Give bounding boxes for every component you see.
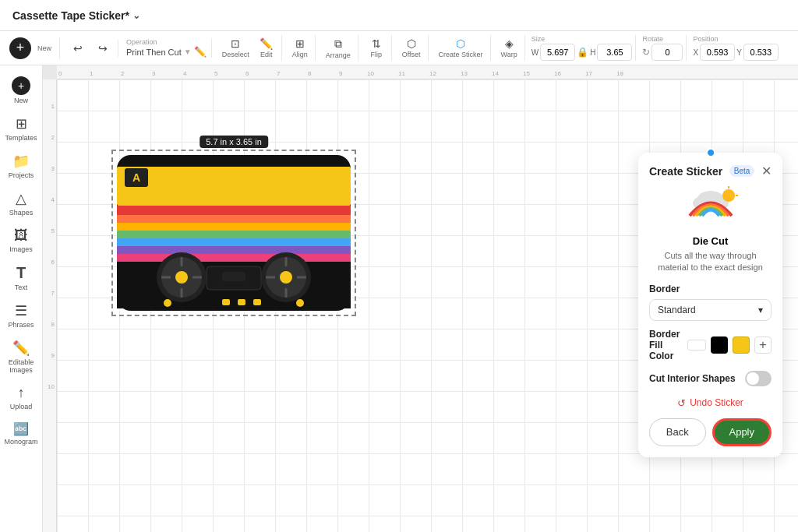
sidebar-item-monogram[interactable]: 🔤 Monogram: [2, 417, 40, 450]
rainbow-svg: [683, 186, 738, 229]
cut-interior-toggle[interactable]: [745, 371, 772, 386]
ruler-left: 1 2 3 4 5 6 7 8 9 10: [43, 79, 57, 532]
svg-point-21: [280, 271, 292, 284]
svg-point-32: [296, 299, 304, 307]
svg-rect-9: [117, 246, 351, 254]
panel-indicator: [706, 148, 715, 157]
sidebar-item-text[interactable]: T Text: [2, 259, 40, 296]
die-cut-description: Cuts all the way through material to the…: [649, 250, 772, 274]
color-swatch-black[interactable]: [711, 336, 728, 354]
cassette-wrapper: 5.7 in x 3.65 in A: [111, 150, 356, 316]
die-cut-image: [649, 186, 772, 229]
shapes-icon: △: [16, 190, 26, 207]
cassette-svg: A: [113, 151, 355, 315]
editable-images-icon: ✏️: [12, 340, 30, 357]
back-button[interactable]: Back: [649, 418, 706, 446]
toggle-knob: [747, 372, 759, 385]
undo-sticker-row[interactable]: ↺ Undo Sticker: [649, 397, 772, 409]
svg-rect-10: [117, 254, 351, 262]
deselect-button[interactable]: ⊡ Deselect: [218, 35, 253, 61]
arrange-button[interactable]: ⧉ Arrange: [322, 35, 355, 62]
page-title: Cassette Tape Sticker*: [12, 9, 129, 22]
x-position-input[interactable]: [700, 44, 735, 61]
templates-icon: ⊞: [16, 115, 27, 132]
chevron-down-icon[interactable]: ⌄: [132, 10, 140, 21]
sidebar-item-projects[interactable]: 📁 Projects: [2, 148, 40, 184]
canvas-background: 5.7 in x 3.65 in A: [57, 79, 798, 532]
ruler-top: 0 1 2 3 4 5 6 7 8 9 10 11 12 13 14 15 16…: [57, 65, 798, 79]
svg-rect-5: [117, 215, 351, 223]
undo-icon: ↺: [677, 397, 686, 409]
new-icon: +: [12, 76, 30, 95]
panel-title: Create Sticker: [649, 165, 722, 178]
size-label: 5.7 in x 3.65 in: [200, 136, 268, 148]
sidebar-item-templates[interactable]: ⊞ Templates: [2, 111, 40, 146]
sidebar-item-editable-images[interactable]: ✏️ Editable Images: [2, 335, 40, 379]
main-layout: + New ⊞ Templates 📁 Projects △ Shapes 🖼 …: [0, 65, 798, 532]
title-bar: Cassette Tape Sticker* ⌄: [0, 0, 798, 31]
width-input[interactable]: [540, 44, 575, 61]
border-fill-row: Border Fill Color +: [649, 329, 772, 361]
lock-icon: 🔒: [577, 47, 588, 58]
sidebar-item-shapes[interactable]: △ Shapes: [2, 185, 40, 221]
border-type-value: Standard: [658, 305, 696, 315]
border-fill-label: Border Fill Color: [649, 329, 683, 361]
rotate-input[interactable]: [651, 44, 683, 61]
create-sticker-button[interactable]: ⬡ Create Sticker: [435, 35, 487, 61]
svg-rect-7: [117, 231, 351, 238]
color-toggle[interactable]: [687, 340, 706, 351]
warp-button[interactable]: ◈ Warp: [497, 35, 521, 61]
svg-rect-29: [238, 299, 245, 305]
panel-actions: Back Apply: [649, 418, 772, 446]
new-button[interactable]: +: [9, 37, 31, 59]
close-button[interactable]: ✕: [761, 164, 772, 178]
text-icon: T: [16, 264, 26, 282]
edit-button[interactable]: ✏️ Edit: [255, 35, 278, 61]
height-input[interactable]: [597, 44, 632, 61]
design-container[interactable]: 5.7 in x 3.65 in A: [111, 150, 356, 316]
operation-group: Operation Print Then Cut ▼ ✏️: [122, 38, 212, 58]
redo-button[interactable]: ↪: [91, 40, 115, 57]
svg-rect-30: [253, 299, 261, 305]
sidebar-item-upload[interactable]: ↑ Upload: [2, 380, 40, 415]
offset-button[interactable]: ⬡ Offset: [398, 35, 425, 61]
border-section-label: Border: [649, 284, 772, 294]
svg-rect-8: [117, 238, 351, 246]
left-sidebar: + New ⊞ Templates 📁 Projects △ Shapes 🖼 …: [0, 65, 43, 532]
flip-button[interactable]: ⇅ Flip: [365, 35, 388, 61]
svg-rect-27: [222, 272, 245, 281]
panel-header: Create Sticker Beta ✕: [649, 164, 772, 178]
svg-rect-1: [117, 167, 351, 206]
y-position-input[interactable]: [743, 44, 779, 61]
canvas-area[interactable]: 0 1 2 3 4 5 6 7 8 9 10 11 12 13 14 15 16…: [43, 65, 798, 532]
svg-point-14: [175, 271, 188, 284]
toolbar: + New ↩ ↪ Operation Print Then Cut ▼ ✏️ …: [0, 31, 798, 65]
cut-interior-label: Cut Interior Shapes: [649, 373, 736, 384]
sidebar-item-new[interactable]: + New: [2, 72, 40, 109]
upload-icon: ↑: [18, 385, 25, 401]
sticker-panel: Create Sticker Beta ✕: [638, 153, 782, 457]
new-label-btn: New: [33, 42, 56, 55]
beta-badge: Beta: [729, 165, 755, 177]
projects-icon: 📁: [12, 153, 30, 170]
chevron-down-icon: ▾: [758, 305, 763, 315]
undo-sticker-label: Undo Sticker: [690, 397, 743, 408]
svg-rect-6: [117, 223, 351, 231]
cut-interior-row: Cut Interior Shapes: [649, 371, 772, 386]
sidebar-item-phrases[interactable]: ☰ Phrases: [2, 298, 40, 333]
undo-button[interactable]: ↩: [66, 40, 90, 57]
svg-text:A: A: [132, 171, 140, 184]
svg-point-36: [722, 189, 735, 202]
color-swatch-yellow[interactable]: [733, 336, 750, 354]
svg-rect-28: [222, 299, 230, 305]
svg-rect-4: [117, 206, 351, 215]
apply-button[interactable]: Apply: [712, 418, 772, 446]
border-type-select[interactable]: Standard ▾: [649, 299, 772, 321]
sidebar-item-images[interactable]: 🖼 Images: [2, 223, 40, 258]
monogram-icon: 🔤: [13, 421, 29, 436]
phrases-icon: ☰: [15, 302, 27, 319]
add-color-button[interactable]: +: [754, 336, 772, 354]
die-cut-title: Die Cut: [649, 235, 772, 247]
svg-point-31: [164, 299, 171, 307]
align-button[interactable]: ⊞ Align: [288, 35, 312, 61]
